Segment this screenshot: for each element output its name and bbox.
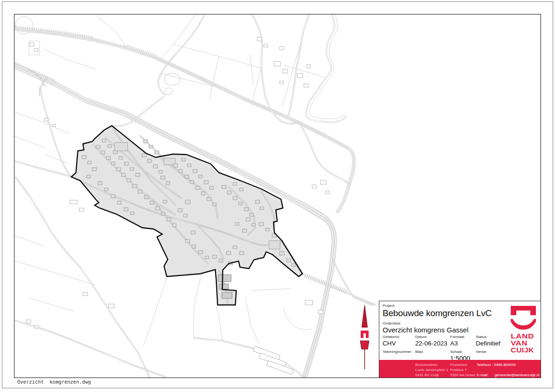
field-label: Status: xyxy=(476,335,507,339)
onderdeel-label: Onderdeel: xyxy=(383,321,505,326)
svg-text:CUIJK: CUIJK xyxy=(511,346,534,354)
field-label: Getekend: xyxy=(383,335,414,339)
field-label: Versie: xyxy=(476,350,507,354)
field-value-formaat: A3 xyxy=(450,340,474,347)
field-label: Datum: xyxy=(415,335,450,339)
north-arrow-icon xyxy=(358,304,372,370)
onderdeel-title: Overzicht komgrens Gassel xyxy=(383,326,505,334)
project-label: Project: xyxy=(383,304,505,308)
field-label: Formaat: xyxy=(450,335,474,339)
contact-phone-email: Telefoon : 0485-854000E-mail: gemeente@l… xyxy=(477,362,539,378)
field-label: Blad: xyxy=(415,350,450,354)
contact-visit-address: Bezoekadres:Louis Jansenplein 15431 BV C… xyxy=(415,362,448,378)
contact-postal-address: Postadres:Postbus 75360 AA Grave xyxy=(450,362,475,378)
drawing-sheet: Project: Bebouwde komgrenzen LvC Onderde… xyxy=(0,0,555,392)
field-value-status: Definitief xyxy=(476,340,507,347)
project-title: Bebouwde komgrenzen LvC xyxy=(383,308,505,318)
filename-label: Overzicht komgrenzen.dwg xyxy=(17,379,91,385)
title-block: Project: Bebouwde komgrenzen LvC Onderde… xyxy=(379,301,541,378)
field-label: Schaal: xyxy=(450,350,474,354)
field-label: Tekeningnummer: xyxy=(383,350,414,354)
land-van-cuijk-logo-icon: LAND VAN CUIJK xyxy=(510,305,537,356)
field-value-getekend: CHV xyxy=(383,340,414,347)
contact-bar: Bezoekadres:Louis Jansenplein 15431 BV C… xyxy=(379,360,541,378)
field-value-datum: 22-06-2023 xyxy=(415,340,450,347)
